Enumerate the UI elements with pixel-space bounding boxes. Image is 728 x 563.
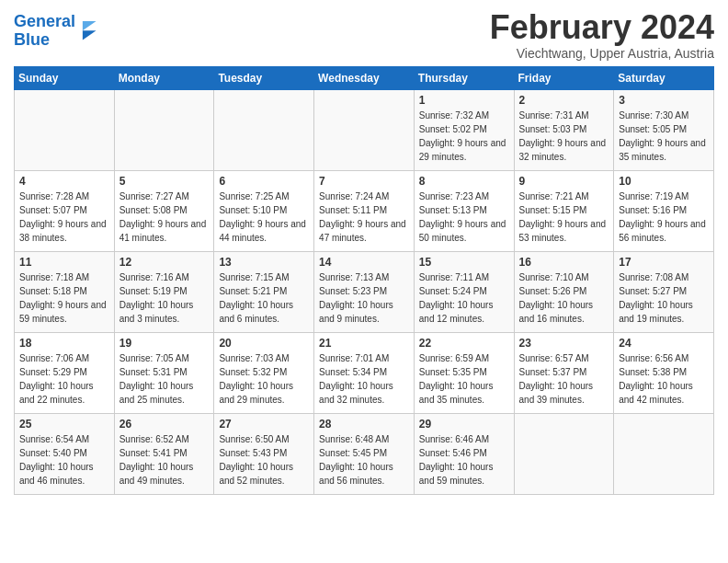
day-number: 28: [319, 418, 409, 431]
sunset-text: Sunset: 5:02 PM: [419, 124, 487, 134]
sunset-text: Sunset: 5:07 PM: [19, 205, 87, 215]
daylight-text: Daylight: 9 hours and 56 minutes.: [619, 219, 706, 243]
calendar-cell: 22 Sunrise: 6:59 AM Sunset: 5:35 PM Dayl…: [414, 332, 514, 413]
title-area: February 2024 Viechtwang, Upper Austria,…: [490, 9, 714, 61]
daylight-text: Daylight: 10 hours and 16 minutes.: [519, 300, 594, 324]
day-info: Sunrise: 7:11 AM Sunset: 5:24 PM Dayligh…: [419, 270, 509, 326]
sunset-text: Sunset: 5:23 PM: [319, 286, 387, 296]
calendar-cell: 15 Sunrise: 7:11 AM Sunset: 5:24 PM Dayl…: [414, 251, 514, 332]
day-info: Sunrise: 6:48 AM Sunset: 5:45 PM Dayligh…: [319, 432, 409, 488]
daylight-text: Daylight: 10 hours and 52 minutes.: [219, 462, 293, 486]
calendar-cell: 6 Sunrise: 7:25 AM Sunset: 5:10 PM Dayli…: [214, 170, 314, 251]
logo-blue: Blue: [14, 30, 50, 49]
calendar-cell: [514, 413, 614, 494]
sunrise-text: Sunrise: 7:31 AM: [519, 110, 589, 121]
daylight-text: Daylight: 10 hours and 42 minutes.: [619, 381, 693, 405]
calendar-week-4: 18 Sunrise: 7:06 AM Sunset: 5:29 PM Dayl…: [15, 332, 714, 413]
calendar-week-2: 4 Sunrise: 7:28 AM Sunset: 5:07 PM Dayli…: [15, 170, 714, 251]
day-number: 24: [619, 337, 709, 350]
day-number: 12: [119, 256, 210, 269]
daylight-text: Daylight: 9 hours and 29 minutes.: [419, 138, 506, 162]
logo: General Blue: [14, 13, 97, 50]
sunrise-text: Sunrise: 7:16 AM: [119, 272, 189, 282]
sunrise-text: Sunrise: 7:24 AM: [319, 191, 389, 201]
day-info: Sunrise: 6:46 AM Sunset: 5:46 PM Dayligh…: [419, 432, 509, 488]
sunset-text: Sunset: 5:27 PM: [619, 286, 687, 296]
sunset-text: Sunset: 5:31 PM: [119, 367, 188, 377]
sunrise-text: Sunrise: 6:46 AM: [419, 434, 489, 444]
calendar-cell: 11 Sunrise: 7:18 AM Sunset: 5:18 PM Dayl…: [15, 251, 115, 332]
sunrise-text: Sunrise: 6:59 AM: [419, 353, 489, 363]
day-number: 8: [419, 175, 509, 188]
sunset-text: Sunset: 5:24 PM: [419, 286, 487, 296]
sunrise-text: Sunrise: 7:18 AM: [19, 272, 89, 282]
sunrise-text: Sunrise: 6:52 AM: [119, 434, 189, 444]
weekday-header-wednesday: Wednesday: [314, 66, 415, 89]
sunrise-text: Sunrise: 7:10 AM: [519, 272, 589, 282]
day-number: 19: [119, 337, 210, 350]
daylight-text: Daylight: 10 hours and 29 minutes.: [219, 381, 293, 405]
daylight-text: Daylight: 10 hours and 59 minutes.: [419, 462, 494, 486]
calendar-cell: 3 Sunrise: 7:30 AM Sunset: 5:05 PM Dayli…: [614, 89, 714, 170]
calendar-cell: 29 Sunrise: 6:46 AM Sunset: 5:46 PM Dayl…: [414, 413, 514, 494]
sunrise-text: Sunrise: 7:01 AM: [319, 353, 389, 363]
day-info: Sunrise: 6:57 AM Sunset: 5:37 PM Dayligh…: [519, 351, 609, 407]
day-number: 23: [519, 337, 609, 350]
calendar-week-5: 25 Sunrise: 6:54 AM Sunset: 5:40 PM Dayl…: [15, 413, 714, 494]
calendar-table: SundayMondayTuesdayWednesdayThursdayFrid…: [14, 66, 714, 495]
calendar-cell: 14 Sunrise: 7:13 AM Sunset: 5:23 PM Dayl…: [314, 251, 415, 332]
weekday-header-monday: Monday: [114, 66, 214, 89]
day-info: Sunrise: 7:01 AM Sunset: 5:34 PM Dayligh…: [319, 351, 409, 407]
day-number: 17: [619, 256, 709, 269]
sunrise-text: Sunrise: 7:08 AM: [619, 272, 688, 282]
day-info: Sunrise: 7:10 AM Sunset: 5:26 PM Dayligh…: [519, 270, 609, 326]
daylight-text: Daylight: 9 hours and 50 minutes.: [419, 219, 506, 243]
sunset-text: Sunset: 5:34 PM: [319, 367, 387, 377]
sunrise-text: Sunrise: 7:28 AM: [19, 191, 89, 201]
calendar-cell: 12 Sunrise: 7:16 AM Sunset: 5:19 PM Dayl…: [114, 251, 214, 332]
daylight-text: Daylight: 9 hours and 53 minutes.: [519, 219, 607, 243]
page-header: General Blue February 2024 Viechtwang, U…: [14, 9, 714, 61]
day-info: Sunrise: 7:24 AM Sunset: 5:11 PM Dayligh…: [319, 190, 409, 245]
calendar-cell: [214, 89, 314, 170]
daylight-text: Daylight: 10 hours and 35 minutes.: [419, 381, 494, 405]
sunrise-text: Sunrise: 6:50 AM: [219, 434, 289, 444]
sunrise-text: Sunrise: 7:23 AM: [419, 191, 489, 201]
calendar-cell: [114, 89, 214, 170]
day-number: 14: [319, 256, 409, 269]
sunset-text: Sunset: 5:37 PM: [519, 367, 587, 377]
month-title: February 2024: [490, 9, 714, 46]
daylight-text: Daylight: 10 hours and 56 minutes.: [319, 462, 393, 486]
day-info: Sunrise: 7:30 AM Sunset: 5:05 PM Dayligh…: [619, 109, 709, 164]
calendar-cell: [614, 413, 714, 494]
daylight-text: Daylight: 10 hours and 19 minutes.: [619, 300, 693, 324]
location-subtitle: Viechtwang, Upper Austria, Austria: [490, 46, 714, 61]
day-number: 26: [119, 418, 210, 431]
calendar-cell: 13 Sunrise: 7:15 AM Sunset: 5:21 PM Dayl…: [214, 251, 314, 332]
day-number: 10: [619, 175, 709, 188]
sunset-text: Sunset: 5:46 PM: [419, 448, 487, 458]
day-info: Sunrise: 7:05 AM Sunset: 5:31 PM Dayligh…: [119, 351, 210, 407]
calendar-cell: 5 Sunrise: 7:27 AM Sunset: 5:08 PM Dayli…: [114, 170, 214, 251]
day-number: 16: [519, 256, 609, 269]
daylight-text: Daylight: 9 hours and 44 minutes.: [219, 219, 306, 243]
sunrise-text: Sunrise: 6:48 AM: [319, 434, 389, 444]
svg-marker-1: [83, 21, 97, 30]
sunset-text: Sunset: 5:13 PM: [419, 205, 487, 215]
calendar-cell: 17 Sunrise: 7:08 AM Sunset: 5:27 PM Dayl…: [614, 251, 714, 332]
calendar-cell: [15, 89, 115, 170]
sunrise-text: Sunrise: 7:13 AM: [319, 272, 389, 282]
day-number: 25: [19, 418, 109, 431]
calendar-cell: 25 Sunrise: 6:54 AM Sunset: 5:40 PM Dayl…: [15, 413, 115, 494]
sunrise-text: Sunrise: 7:11 AM: [419, 272, 489, 282]
day-info: Sunrise: 7:13 AM Sunset: 5:23 PM Dayligh…: [319, 270, 409, 326]
daylight-text: Daylight: 9 hours and 38 minutes.: [19, 219, 107, 243]
day-info: Sunrise: 6:54 AM Sunset: 5:40 PM Dayligh…: [19, 432, 109, 488]
logo-text: General Blue: [14, 13, 75, 50]
sunset-text: Sunset: 5:40 PM: [19, 448, 87, 458]
calendar-cell: 18 Sunrise: 7:06 AM Sunset: 5:29 PM Dayl…: [15, 332, 115, 413]
sunrise-text: Sunrise: 6:56 AM: [619, 353, 688, 363]
calendar-week-1: 1 Sunrise: 7:32 AM Sunset: 5:02 PM Dayli…: [15, 89, 714, 170]
day-info: Sunrise: 7:15 AM Sunset: 5:21 PM Dayligh…: [219, 270, 309, 326]
sunrise-text: Sunrise: 7:25 AM: [219, 191, 289, 201]
